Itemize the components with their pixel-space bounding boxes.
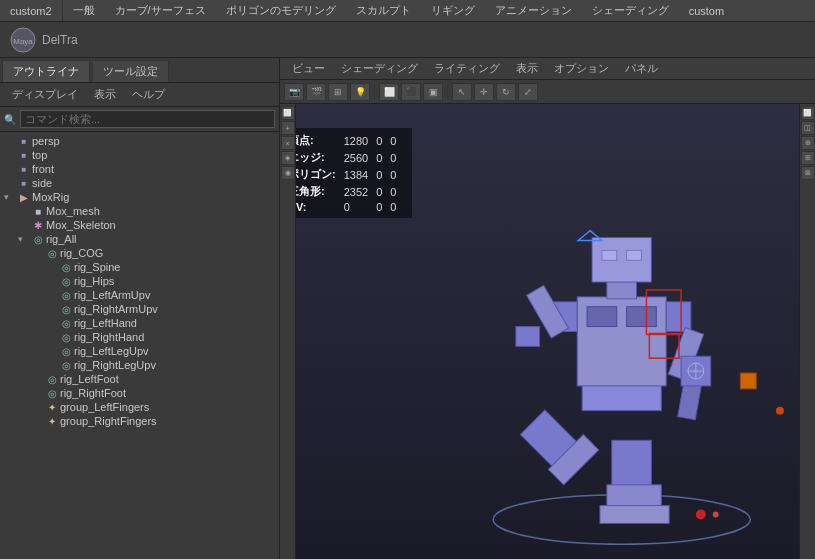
tree-item-side[interactable]: ■ side — [0, 176, 279, 190]
tree-item-rig_RightArmUpv[interactable]: ◎ rig_RightArmUpv — [0, 302, 279, 316]
tree-label-rig_Spine: rig_Spine — [74, 261, 275, 273]
subtab-help[interactable]: ヘルプ — [124, 85, 173, 104]
menu-custom[interactable]: custom — [679, 0, 734, 21]
vtool-right-4[interactable]: ⊞ — [801, 151, 815, 165]
tree-expand-MoxRig[interactable]: ▾ — [4, 192, 16, 202]
svg-rect-19 — [592, 238, 651, 283]
tree-item-rig_RightLegUpv[interactable]: ◎ rig_RightLegUpv — [0, 358, 279, 372]
tree-item-rig_Spine[interactable]: ◎ rig_Spine — [0, 260, 279, 274]
tree-icon-rig_COG: ◎ — [44, 248, 60, 259]
toolbar-btn-scale[interactable]: ⤢ — [518, 83, 538, 101]
tree-icon-Mox_mesh: ■ — [30, 206, 46, 217]
viewport-tab-lighting[interactable]: ライティング — [426, 58, 508, 79]
outliner-tree[interactable]: ■ persp ■ top ■ front ■ side ▾ ▶ MoxRig … — [0, 132, 279, 559]
tree-item-Mox_Skeleton[interactable]: ✱ Mox_Skeleton — [0, 218, 279, 232]
vtool-btn-4[interactable]: ◈ — [281, 151, 295, 165]
tree-icon-rig_RightHand: ◎ — [58, 332, 74, 343]
tree-item-persp[interactable]: ■ persp — [0, 134, 279, 148]
tree-icon-rig_LeftFoot: ◎ — [44, 374, 60, 385]
tree-item-front[interactable]: ■ front — [0, 162, 279, 176]
subtab-show[interactable]: 表示 — [86, 85, 124, 104]
tree-label-rig_RightFoot: rig_RightFoot — [60, 387, 275, 399]
viewport-tab-shading[interactable]: シェーディング — [333, 58, 426, 79]
toolbar-btn-film[interactable]: 🎬 — [306, 83, 326, 101]
toolbar-btn-wireframe[interactable]: ⬜ — [379, 83, 399, 101]
svg-point-33 — [713, 512, 719, 518]
tree-label-top: top — [32, 149, 275, 161]
tree-item-rig_All[interactable]: ▾ ◎ rig_All — [0, 232, 279, 246]
tree-expand-rig_All[interactable]: ▾ — [18, 234, 30, 244]
viewport-tab-display[interactable]: 表示 — [508, 58, 546, 79]
tree-item-rig_Hips[interactable]: ◎ rig_Hips — [0, 274, 279, 288]
tree-item-top[interactable]: ■ top — [0, 148, 279, 162]
menu-rigging[interactable]: リギング — [421, 0, 485, 21]
tree-label-side: side — [32, 177, 275, 189]
tree-item-rig_LeftHand[interactable]: ◎ rig_LeftHand — [0, 316, 279, 330]
tree-icon-rig_LeftArmUpv: ◎ — [58, 290, 74, 301]
tree-label-rig_RightHand: rig_RightHand — [74, 331, 275, 343]
viewport-tab-panel[interactable]: パネル — [617, 58, 666, 79]
tree-item-rig_COG[interactable]: ◎ rig_COG — [0, 246, 279, 260]
tree-item-rig_LeftLegUpv[interactable]: ◎ rig_LeftLegUpv — [0, 344, 279, 358]
tree-icon-rig_LeftHand: ◎ — [58, 318, 74, 329]
toolbar-btn-select[interactable]: ↖ — [452, 83, 472, 101]
vtool-btn-3[interactable]: × — [281, 136, 295, 150]
tree-item-group_LeftFingers[interactable]: ✦ group_LeftFingers — [0, 400, 279, 414]
tree-label-persp: persp — [32, 135, 275, 147]
svg-rect-29 — [516, 327, 540, 347]
svg-rect-20 — [602, 250, 617, 260]
vtool-btn-2[interactable]: + — [281, 121, 295, 135]
tree-label-rig_LeftArmUpv: rig_LeftArmUpv — [74, 289, 275, 301]
toolbar-btn-grid[interactable]: ⊞ — [328, 83, 348, 101]
viewport-content[interactable]: 頂点: 1280 0 0 エッジ: 2560 0 0 ポリゴン: 1384 — [280, 104, 815, 559]
menu-sculpt[interactable]: スカルプト — [346, 0, 421, 21]
toolbar-btn-move[interactable]: ✛ — [474, 83, 494, 101]
toolbar-btn-camera[interactable]: 📷 — [284, 83, 304, 101]
menu-general[interactable]: 一般 — [63, 0, 105, 21]
tree-icon-rig_RightFoot: ◎ — [44, 388, 60, 399]
tree-label-MoxRig: MoxRig — [32, 191, 275, 203]
tree-item-rig_RightHand[interactable]: ◎ rig_RightHand — [0, 330, 279, 344]
viewport-3d-scene[interactable] — [280, 104, 815, 559]
menu-animation[interactable]: アニメーション — [485, 0, 582, 21]
subtab-display[interactable]: ディスプレイ — [4, 85, 86, 104]
app-logo-icon: Maya — [8, 25, 38, 55]
tree-item-rig_RightFoot[interactable]: ◎ rig_RightFoot — [0, 386, 279, 400]
tree-icon-rig_RightLegUpv: ◎ — [58, 360, 74, 371]
search-input[interactable] — [20, 110, 275, 128]
tree-icon-rig_Hips: ◎ — [58, 276, 74, 287]
vtool-btn-1[interactable]: ⬜ — [281, 106, 295, 120]
left-tab-bar: アウトライナ ツール設定 — [0, 58, 279, 83]
left-vertical-toolbar: ⬜ + × ◈ ◉ — [280, 104, 296, 559]
tree-item-rig_LeftArmUpv[interactable]: ◎ rig_LeftArmUpv — [0, 288, 279, 302]
toolbar-btn-solid[interactable]: ⬛ — [401, 83, 421, 101]
tree-label-rig_Hips: rig_Hips — [74, 275, 275, 287]
toolbar-btn-light[interactable]: 💡 — [350, 83, 370, 101]
tree-item-Mox_mesh[interactable]: ■ Mox_mesh — [0, 204, 279, 218]
tree-icon-rig_RightArmUpv: ◎ — [58, 304, 74, 315]
viewport-tab-view[interactable]: ビュー — [284, 58, 333, 79]
app-header: Maya DelTra — [0, 22, 815, 58]
vtool-right-5[interactable]: ⊠ — [801, 166, 815, 180]
menu-polygon[interactable]: ポリゴンのモデリング — [216, 0, 346, 21]
search-icon: 🔍 — [4, 114, 16, 125]
vtool-right-2[interactable]: ◫ — [801, 121, 815, 135]
toolbar-btn-texture[interactable]: ▣ — [423, 83, 443, 101]
vtool-btn-5[interactable]: ◉ — [281, 166, 295, 180]
toolbar-btn-rotate[interactable]: ↻ — [496, 83, 516, 101]
tab-tool-settings[interactable]: ツール設定 — [92, 60, 169, 82]
tab-outliner[interactable]: アウトライナ — [2, 60, 90, 82]
tree-item-rig_LeftFoot[interactable]: ◎ rig_LeftFoot — [0, 372, 279, 386]
tree-icon-rig_All: ◎ — [30, 234, 46, 245]
tree-item-MoxRig[interactable]: ▾ ▶ MoxRig — [0, 190, 279, 204]
viewport-toolbar: 📷 🎬 ⊞ 💡 ⬜ ⬛ ▣ ↖ ✛ ↻ ⤢ — [280, 80, 815, 104]
vtool-right-1[interactable]: ⬜ — [801, 106, 815, 120]
viewport-tab-options[interactable]: オプション — [546, 58, 617, 79]
menu-shading[interactable]: シェーディング — [582, 0, 679, 21]
vtool-right-3[interactable]: ⊕ — [801, 136, 815, 150]
tree-item-group_RightFingers[interactable]: ✦ group_RightFingers — [0, 414, 279, 428]
tree-icon-group_RightFingers: ✦ — [44, 416, 60, 427]
left-subtab-bar: ディスプレイ 表示 ヘルプ — [0, 83, 279, 107]
tree-label-front: front — [32, 163, 275, 175]
menu-curves[interactable]: カーブ/サーフェス — [105, 0, 216, 21]
